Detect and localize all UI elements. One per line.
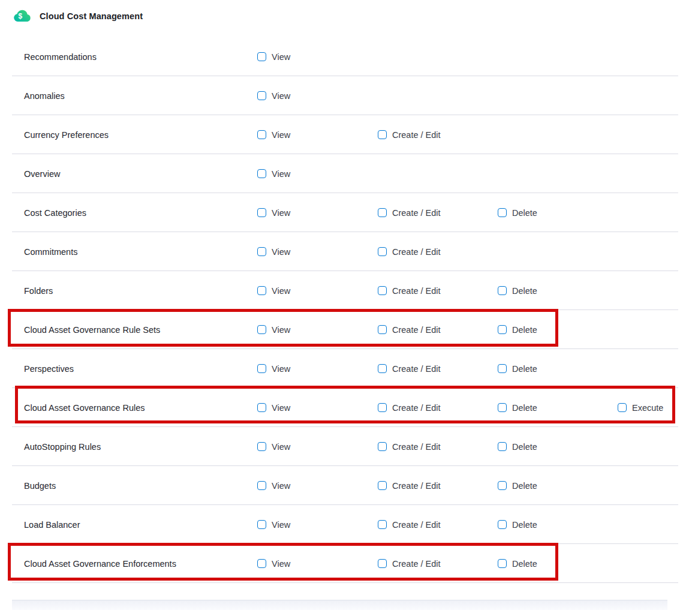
permission-label[interactable]: Create / Edit [392, 286, 441, 296]
folders-view-cell[interactable]: View [257, 286, 290, 296]
permission-label[interactable]: Create / Edit [392, 559, 441, 569]
cloud-asset-governance-enforcements-delete-checkbox[interactable] [498, 559, 507, 568]
cloud-asset-governance-rules-delete-checkbox[interactable] [498, 403, 507, 412]
cost-categories-delete-checkbox[interactable] [498, 208, 507, 217]
permission-label[interactable]: Create / Edit [392, 481, 441, 491]
permission-label[interactable]: View [272, 325, 290, 335]
load-balancer-delete-cell[interactable]: Delete [498, 520, 537, 530]
folders-view-checkbox[interactable] [257, 286, 266, 295]
permission-label[interactable]: Create / Edit [392, 364, 441, 374]
permission-label[interactable]: Create / Edit [392, 403, 441, 413]
cloud-asset-governance-enforcements-create-edit-cell[interactable]: Create / Edit [378, 559, 441, 569]
permission-label[interactable]: Delete [512, 286, 537, 296]
cloud-asset-governance-rules-view-checkbox[interactable] [257, 403, 266, 412]
cloud-asset-governance-rule-sets-view-checkbox[interactable] [257, 325, 266, 334]
load-balancer-create-edit-cell[interactable]: Create / Edit [378, 520, 441, 530]
cloud-asset-governance-rule-sets-delete-checkbox[interactable] [498, 325, 507, 334]
cost-categories-view-cell[interactable]: View [257, 208, 290, 218]
overview-view-checkbox[interactable] [257, 169, 266, 178]
permission-label[interactable]: Execute [632, 403, 663, 413]
permission-label[interactable]: Create / Edit [392, 130, 441, 140]
permission-label[interactable]: Delete [512, 559, 537, 569]
currency-preferences-create-edit-checkbox[interactable] [378, 130, 387, 139]
permission-label[interactable]: Create / Edit [392, 247, 441, 257]
perspectives-create-edit-checkbox[interactable] [378, 364, 387, 373]
cloud-asset-governance-enforcements-view-cell[interactable]: View [257, 559, 290, 569]
permission-label[interactable]: Delete [512, 442, 537, 452]
load-balancer-delete-checkbox[interactable] [498, 520, 507, 529]
currency-preferences-view-cell[interactable]: View [257, 130, 290, 140]
permission-label[interactable]: Delete [512, 325, 537, 335]
permission-label[interactable]: View [272, 442, 290, 452]
cloud-asset-governance-enforcements-view-checkbox[interactable] [257, 559, 266, 568]
load-balancer-create-edit-checkbox[interactable] [378, 520, 387, 529]
commitments-view-checkbox[interactable] [257, 247, 266, 256]
perspectives-delete-cell[interactable]: Delete [498, 364, 537, 374]
commitments-view-cell[interactable]: View [257, 247, 290, 257]
currency-preferences-view-checkbox[interactable] [257, 130, 266, 139]
permission-label[interactable]: View [272, 52, 290, 62]
permission-label[interactable]: Create / Edit [392, 442, 441, 452]
cloud-asset-governance-enforcements-create-edit-checkbox[interactable] [378, 559, 387, 568]
permission-label[interactable]: View [272, 481, 290, 491]
cost-categories-delete-cell[interactable]: Delete [498, 208, 537, 218]
cloud-asset-governance-rules-execute-checkbox[interactable] [618, 403, 627, 412]
cost-categories-create-edit-cell[interactable]: Create / Edit [378, 208, 441, 218]
anomalies-view-checkbox[interactable] [257, 91, 266, 100]
cloud-asset-governance-rules-create-edit-checkbox[interactable] [378, 403, 387, 412]
autostopping-rules-delete-checkbox[interactable] [498, 442, 507, 451]
perspectives-create-edit-cell[interactable]: Create / Edit [378, 364, 441, 374]
permission-label[interactable]: View [272, 130, 290, 140]
folders-delete-checkbox[interactable] [498, 286, 507, 295]
permission-label[interactable]: Delete [512, 481, 537, 491]
budgets-delete-checkbox[interactable] [498, 481, 507, 490]
autostopping-rules-delete-cell[interactable]: Delete [498, 442, 537, 452]
folders-create-edit-cell[interactable]: Create / Edit [378, 286, 441, 296]
cloud-asset-governance-rule-sets-create-edit-checkbox[interactable] [378, 325, 387, 334]
cloud-asset-governance-rule-sets-create-edit-cell[interactable]: Create / Edit [378, 325, 441, 335]
cloud-asset-governance-rules-delete-cell[interactable]: Delete [498, 403, 537, 413]
budgets-create-edit-cell[interactable]: Create / Edit [378, 481, 441, 491]
permission-label[interactable]: Delete [512, 520, 537, 530]
permission-label[interactable]: Delete [512, 364, 537, 374]
permission-label[interactable]: View [272, 364, 290, 374]
autostopping-rules-view-cell[interactable]: View [257, 442, 290, 452]
permission-label[interactable]: Create / Edit [392, 325, 441, 335]
cloud-asset-governance-enforcements-delete-cell[interactable]: Delete [498, 559, 537, 569]
perspectives-delete-checkbox[interactable] [498, 364, 507, 373]
currency-preferences-create-edit-cell[interactable]: Create / Edit [378, 130, 441, 140]
load-balancer-view-cell[interactable]: View [257, 520, 290, 530]
budgets-create-edit-checkbox[interactable] [378, 481, 387, 490]
permission-label[interactable]: View [272, 169, 290, 179]
load-balancer-view-checkbox[interactable] [257, 520, 266, 529]
folders-create-edit-checkbox[interactable] [378, 286, 387, 295]
recommendations-view-cell[interactable]: View [257, 52, 290, 62]
autostopping-rules-create-edit-cell[interactable]: Create / Edit [378, 442, 441, 452]
recommendations-view-checkbox[interactable] [257, 52, 266, 61]
permission-label[interactable]: View [272, 286, 290, 296]
cloud-asset-governance-rules-view-cell[interactable]: View [257, 403, 290, 413]
permission-label[interactable]: Create / Edit [392, 520, 441, 530]
autostopping-rules-view-checkbox[interactable] [257, 442, 266, 451]
folders-delete-cell[interactable]: Delete [498, 286, 537, 296]
anomalies-view-cell[interactable]: View [257, 91, 290, 101]
commitments-create-edit-cell[interactable]: Create / Edit [378, 247, 441, 257]
permission-label[interactable]: View [272, 208, 290, 218]
cost-categories-view-checkbox[interactable] [257, 208, 266, 217]
cloud-asset-governance-rule-sets-view-cell[interactable]: View [257, 325, 290, 335]
budgets-view-cell[interactable]: View [257, 481, 290, 491]
permission-label[interactable]: View [272, 559, 290, 569]
budgets-delete-cell[interactable]: Delete [498, 481, 537, 491]
overview-view-cell[interactable]: View [257, 169, 290, 179]
cloud-asset-governance-rules-execute-cell[interactable]: Execute [618, 403, 663, 413]
permission-label[interactable]: View [272, 91, 290, 101]
perspectives-view-checkbox[interactable] [257, 364, 266, 373]
commitments-create-edit-checkbox[interactable] [378, 247, 387, 256]
perspectives-view-cell[interactable]: View [257, 364, 290, 374]
cost-categories-create-edit-checkbox[interactable] [378, 208, 387, 217]
permission-label[interactable]: View [272, 403, 290, 413]
budgets-view-checkbox[interactable] [257, 481, 266, 490]
permission-label[interactable]: View [272, 247, 290, 257]
permission-label[interactable]: Delete [512, 208, 537, 218]
permission-label[interactable]: Delete [512, 403, 537, 413]
